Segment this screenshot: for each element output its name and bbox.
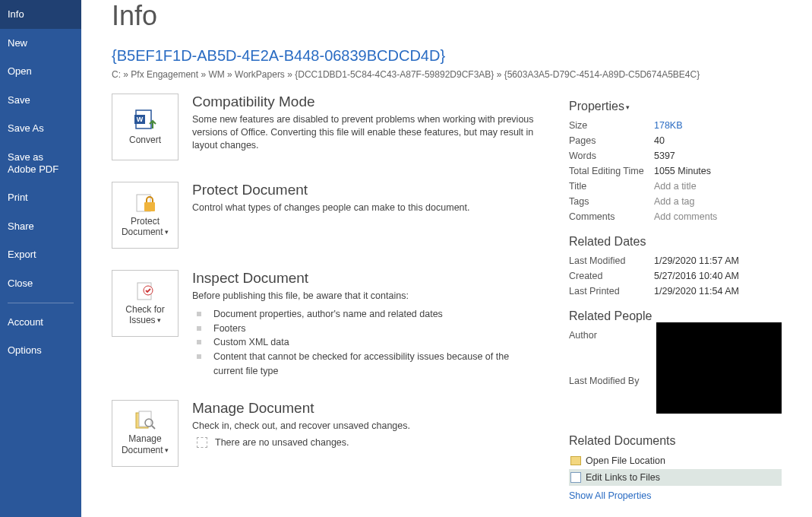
inspect-issue-item: Document properties, author's name and r… [192,307,539,322]
manage-heading: Manage Document [192,400,410,417]
edit-links-label: Edit Links to Files [586,472,660,483]
word-convert-icon: W [133,109,157,132]
page-title: Info [112,0,782,32]
date-printed-label: Last Printed [569,286,654,297]
convert-button-label: Convert [129,135,161,145]
properties-heading[interactable]: Properties ▾ [569,100,782,113]
date-printed-value: 1/29/2020 11:54 AM [654,286,782,297]
prop-size-value[interactable]: 178KB [654,120,782,131]
nav-close[interactable]: Close [0,269,81,298]
protect-button-label: Protect Document [122,216,163,237]
nav-export[interactable]: Export [0,240,81,269]
check-for-issues-button[interactable]: Check for Issues ▾ [112,270,179,337]
inspect-issue-item: Footers [192,322,539,336]
prop-edit-time-label: Total Editing Time [569,166,654,176]
manage-button-label: Manage Document [122,433,163,455]
compatibility-block: W Convert Compatibility Mode Some new fe… [112,94,539,160]
prop-title-label: Title [569,181,654,192]
chevron-down-icon: ▾ [156,316,162,324]
nav-new[interactable]: New [0,29,81,58]
nav-options[interactable]: Options [0,336,81,365]
inspect-issue-item: Content that cannot be checked for acces… [192,350,539,379]
nav-share[interactable]: Share [0,212,81,241]
protect-document-button[interactable]: Protect Document ▾ [112,182,179,249]
nav-save-as[interactable]: Save As [0,114,81,143]
unsaved-doc-icon [197,437,207,448]
prop-title-value[interactable]: Add a title [654,181,782,192]
chevron-down-icon: ▾ [163,446,169,454]
inspect-heading: Inspect Document [192,270,539,287]
date-modified-value: 1/29/2020 11:57 AM [654,255,782,266]
prop-tags-label: Tags [569,196,654,207]
main-content: Info {B5EF1F1D-AB5D-4E2A-B448-06839BCDCD… [81,0,812,517]
manage-document-button[interactable]: Manage Document ▾ [112,400,179,467]
compatibility-heading: Compatibility Mode [192,94,539,110]
nav-save[interactable]: Save [0,86,81,115]
prop-words-value: 5397 [654,151,782,161]
date-created-value: 5/27/2016 10:40 AM [654,271,782,281]
lock-icon [134,193,156,213]
nav-save-as-adobe-pdf[interactable]: Save as Adobe PDF [0,143,81,183]
inspect-block: Check for Issues ▾ Inspect Document Befo… [112,270,539,379]
prop-edit-time-value: 1055 Minutes [654,166,782,176]
prop-comments-value[interactable]: Add comments [654,211,782,222]
compatibility-desc: Some new features are disabled to preven… [192,113,539,152]
document-name: {B5EF1F1D-AB5D-4E2A-B448-06839BCDCD4D} [112,47,782,65]
inspect-issues-list: Document properties, author's name and r… [192,307,539,379]
prop-size-label: Size [569,120,654,131]
chevron-down-icon: ▾ [624,103,630,111]
date-modified-label: Last Modified [569,255,654,266]
inspect-issue-item: Custom XML data [192,335,539,350]
prop-words-label: Words [569,151,654,161]
inspect-desc: Before publishing this file, be aware th… [192,290,539,303]
document-path: C: » Pfx Engagement » WM » WorkPapers » … [112,69,782,80]
related-people-heading: Related People [569,309,782,323]
date-created-label: Created [569,271,654,281]
properties-panel: Properties ▾ Size178KB Pages40 Words5397… [569,94,782,502]
protect-heading: Protect Document [192,182,470,198]
nav-open[interactable]: Open [0,57,81,86]
related-documents-heading: Related Documents [569,434,782,448]
prop-tags-value[interactable]: Add a tag [654,196,782,207]
unsaved-changes-row: There are no unsaved changes. [192,437,410,448]
manage-document-icon [134,411,156,430]
svg-line-10 [152,426,155,429]
check-issues-icon [134,281,156,301]
author-label: Author [569,330,654,341]
author-value-redacted [656,322,782,414]
manage-block: Manage Document ▾ Manage Document Check … [112,400,539,467]
protect-desc: Control what types of changes people can… [192,201,470,214]
edit-links-to-files-link[interactable]: Edit Links to Files [569,469,782,486]
open-file-location-link[interactable]: Open File Location [569,452,782,469]
prop-pages-value: 40 [654,135,782,146]
show-all-properties-link[interactable]: Show All Properties [569,490,782,501]
nav-print[interactable]: Print [0,183,81,212]
convert-button[interactable]: W Convert [112,94,179,160]
svg-text:W: W [137,116,144,123]
prop-comments-label: Comments [569,211,654,222]
chevron-down-icon: ▾ [163,228,169,236]
related-dates-heading: Related Dates [569,235,782,249]
info-left-column: W Convert Compatibility Mode Some new fe… [112,94,569,502]
manage-desc: Check in, check out, and recover unsaved… [192,420,410,433]
folder-icon [570,456,581,465]
last-modified-by-label: Last Modified By [569,376,654,386]
nav-info[interactable]: Info [0,0,81,29]
backstage-sidebar: Info New Open Save Save As Save as Adobe… [0,0,81,517]
unsaved-changes-text: There are no unsaved changes. [215,437,349,448]
edit-links-icon [570,472,581,483]
svg-rect-4 [144,202,155,211]
open-file-location-label: Open File Location [586,455,665,466]
nav-separator [8,303,74,303]
prop-pages-label: Pages [569,135,654,146]
protect-block: Protect Document ▾ Protect Document Cont… [112,182,539,249]
nav-account[interactable]: Account [0,308,81,337]
